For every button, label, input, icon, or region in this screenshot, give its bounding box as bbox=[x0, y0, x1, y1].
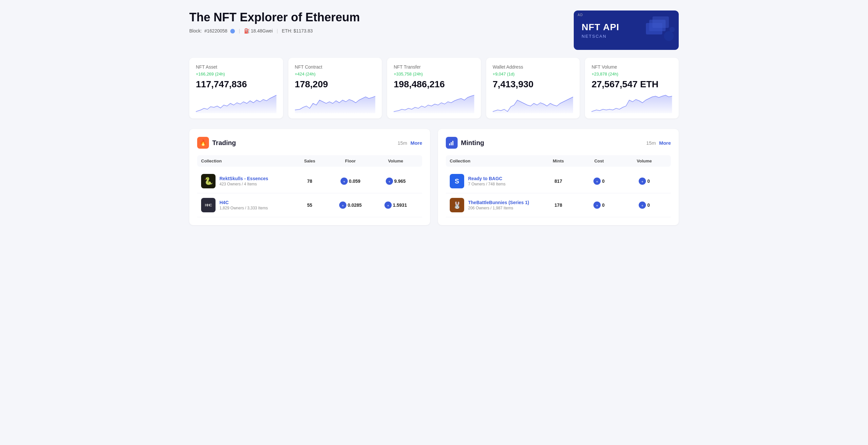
minting-cost-1: ⬦ 0 bbox=[577, 202, 622, 209]
trading-volume-0: ⬦ 9.965 bbox=[373, 178, 418, 185]
minting-panel: Minting 15m More Collection Mints Cost V… bbox=[438, 129, 679, 225]
trading-more-button[interactable]: More bbox=[410, 140, 422, 146]
minting-thumb-1: 🐰 bbox=[450, 198, 464, 212]
trading-collection-0: 🐍 RektSkulls - Essences 423 Owners / 4 I… bbox=[201, 174, 291, 188]
th-volume-minting: Volume bbox=[622, 158, 667, 164]
sparkline-0 bbox=[196, 93, 277, 113]
page-header: The NFT Explorer of Ethereum Block: #162… bbox=[189, 10, 679, 50]
th-volume-trading: Volume bbox=[373, 158, 418, 164]
svg-point-3 bbox=[664, 31, 674, 41]
minting-row-0: S Ready to BAGC 7 Owners / 748 Items 817… bbox=[446, 169, 671, 193]
th-collection-minting: Collection bbox=[450, 158, 540, 164]
trading-volume-1: ⬦ 1.5931 bbox=[373, 202, 418, 209]
ad-decoration bbox=[643, 17, 676, 44]
minting-title-group: Minting bbox=[446, 137, 484, 149]
trading-title-group: 🔥 Trading bbox=[197, 137, 236, 149]
svg-rect-6 bbox=[451, 142, 452, 145]
sparkline-1 bbox=[295, 93, 376, 113]
header-left: The NFT Explorer of Ethereum Block: #162… bbox=[189, 10, 360, 33]
th-sales: Sales bbox=[291, 158, 328, 164]
minting-title: Minting bbox=[461, 139, 484, 147]
minting-more-button[interactable]: More bbox=[659, 140, 671, 146]
stat-label-4: NFT Volume bbox=[591, 64, 672, 69]
trading-panel: 🔥 Trading 15m More Collection Sales Floo… bbox=[189, 129, 430, 225]
minting-controls: 15m More bbox=[646, 140, 671, 146]
trading-sales-1: 55 bbox=[291, 203, 328, 208]
eth-icon-mvol-1: ⬦ bbox=[639, 202, 646, 209]
minting-sub-1: 206 Owners / 1,987 Items bbox=[468, 206, 529, 210]
trading-sub-1: 1,829 Owners / 3,333 Items bbox=[219, 206, 268, 210]
minting-name-0[interactable]: Ready to BAGC bbox=[468, 176, 505, 181]
sparkline-2 bbox=[394, 93, 474, 113]
stats-grid: NFT Asset +166,269 (24h) 117,747,836 NFT… bbox=[189, 58, 679, 118]
separator-2: | bbox=[277, 28, 278, 33]
trading-thumb-0: 🐍 bbox=[201, 174, 216, 188]
stat-card-wallet: Wallet Address +9,047 (1d) 7,413,930 bbox=[486, 58, 580, 118]
minting-timeframe: 15m bbox=[646, 140, 656, 146]
minting-icon bbox=[446, 137, 458, 149]
ad-label: AD bbox=[578, 13, 583, 17]
trading-panel-header: 🔥 Trading 15m More bbox=[197, 137, 422, 149]
trading-title: Trading bbox=[212, 139, 236, 147]
eth-icon-cost-1: ⬦ bbox=[593, 202, 601, 209]
page-title: The NFT Explorer of Ethereum bbox=[189, 10, 360, 24]
block-label: Block: #16220058 bbox=[189, 28, 235, 33]
stat-label-1: NFT Contract bbox=[295, 64, 376, 69]
stat-value-2: 198,486,216 bbox=[394, 79, 474, 90]
eth-icon-vol-0: ⬦ bbox=[386, 178, 393, 185]
stat-value-3: 7,413,930 bbox=[493, 79, 574, 90]
th-floor: Floor bbox=[328, 158, 373, 164]
cloud-icon bbox=[230, 29, 235, 33]
trading-thumb-1: HHC bbox=[201, 198, 216, 212]
ad-banner[interactable]: AD NFT API NETSCAN bbox=[574, 10, 679, 50]
trading-icon: 🔥 bbox=[197, 137, 209, 149]
minting-table-header: Collection Mints Cost Volume bbox=[446, 155, 671, 167]
stat-card-nft-volume: NFT Volume +23,878 (24h) 27,567,547 ETH bbox=[585, 58, 679, 118]
minting-volume-1: ⬦ 0 bbox=[622, 202, 667, 209]
stat-value-0: 117,747,836 bbox=[196, 79, 277, 90]
trading-sales-0: 78 bbox=[291, 179, 328, 184]
minting-row-1: 🐰 TheBattleBunnies (Series 1) 206 Owners… bbox=[446, 193, 671, 217]
stat-value-4: 27,567,547 ETH bbox=[591, 79, 672, 90]
trading-controls: 15m More bbox=[398, 140, 422, 146]
stat-change-1: +424 (24h) bbox=[295, 71, 376, 77]
minting-panel-header: Minting 15m More bbox=[446, 137, 671, 149]
minting-mints-1: 178 bbox=[540, 203, 577, 208]
stat-label-0: NFT Asset bbox=[196, 64, 277, 69]
trading-timeframe: 15m bbox=[398, 140, 407, 146]
eth-icon-vol-1: ⬦ bbox=[384, 202, 392, 209]
trading-row-1: HHC H4C 1,829 Owners / 3,333 Items 55 ⬦ … bbox=[197, 193, 422, 217]
stat-label-2: NFT Transfer bbox=[394, 64, 474, 69]
panels-grid: 🔥 Trading 15m More Collection Sales Floo… bbox=[189, 129, 679, 225]
stat-change-0: +166,269 (24h) bbox=[196, 71, 277, 77]
trading-floor-0: ⬦ 0.059 bbox=[328, 178, 373, 185]
trading-row-0: 🐍 RektSkulls - Essences 423 Owners / 4 I… bbox=[197, 169, 422, 193]
gas-info: ⛽ 18.48Gwei bbox=[244, 28, 273, 33]
minting-collection-1: 🐰 TheBattleBunnies (Series 1) 206 Owners… bbox=[450, 198, 540, 212]
minting-sub-0: 7 Owners / 748 Items bbox=[468, 182, 505, 186]
trading-sub-0: 423 Owners / 4 Items bbox=[219, 182, 268, 186]
trading-name-1[interactable]: H4C bbox=[219, 200, 268, 205]
eth-icon-floor-0: ⬦ bbox=[341, 178, 348, 185]
eth-icon-floor-1: ⬦ bbox=[339, 202, 346, 209]
minting-name-1[interactable]: TheBattleBunnies (Series 1) bbox=[468, 200, 529, 205]
eth-price: ETH: $1173.83 bbox=[282, 28, 313, 33]
eth-icon-cost-0: ⬦ bbox=[593, 178, 601, 185]
minting-cost-0: ⬦ 0 bbox=[577, 178, 622, 185]
sparkline-4 bbox=[591, 93, 672, 113]
svg-rect-5 bbox=[449, 143, 450, 145]
svg-point-4 bbox=[670, 27, 675, 32]
header-meta: Block: #16220058 | ⛽ 18.48Gwei | ETH: $1… bbox=[189, 28, 360, 33]
th-collection-trading: Collection bbox=[201, 158, 291, 164]
stat-label-3: Wallet Address bbox=[493, 64, 574, 69]
th-mints: Mints bbox=[540, 158, 577, 164]
stat-card-nft-contract: NFT Contract +424 (24h) 178,209 bbox=[288, 58, 382, 118]
trading-table-header: Collection Sales Floor Volume bbox=[197, 155, 422, 167]
svg-rect-2 bbox=[652, 17, 669, 28]
sparkline-3 bbox=[493, 93, 574, 113]
stat-change-2: +335,758 (24h) bbox=[394, 71, 474, 77]
stat-value-1: 178,209 bbox=[295, 79, 376, 90]
trading-name-0[interactable]: RektSkulls - Essences bbox=[219, 176, 268, 181]
separator-1: | bbox=[239, 28, 240, 33]
th-cost: Cost bbox=[577, 158, 622, 164]
